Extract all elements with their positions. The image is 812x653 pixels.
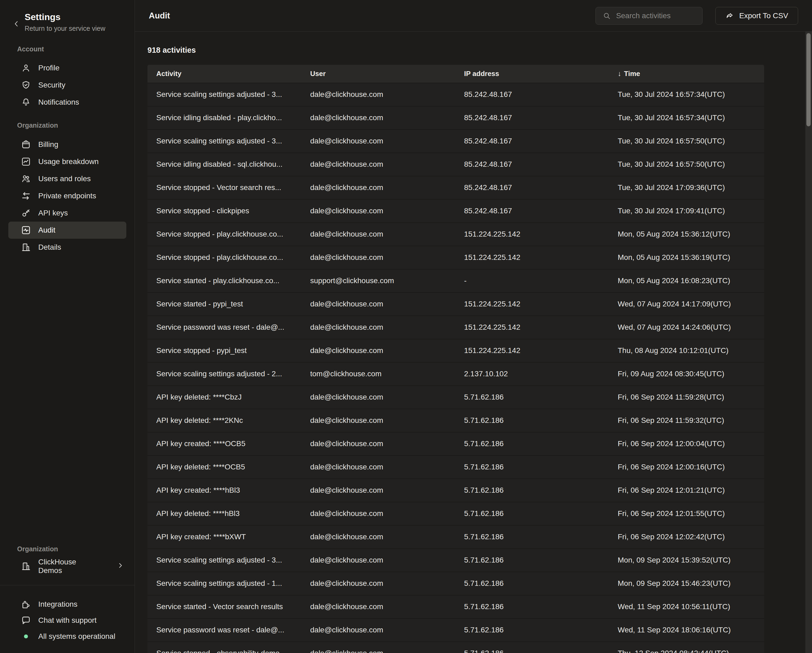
sidebar-item-usage-breakdown[interactable]: Usage breakdown: [8, 153, 126, 170]
table-row: Service password was reset - dale@... da…: [148, 316, 764, 339]
footer-item-all-systems-operational[interactable]: All systems operational: [8, 629, 117, 644]
column-header-activity[interactable]: Activity: [148, 70, 301, 78]
cell-ip-address: 5.71.62.186: [455, 649, 609, 653]
table-row: Service stopped - play.clickhouse.co... …: [148, 246, 764, 269]
cell-time: Tue, 30 Jul 2024 17:09:36(UTC): [609, 183, 764, 192]
cell-time: Thu, 12 Sep 2024 08:42:44(UTC): [609, 649, 764, 653]
export-csv-button[interactable]: Export To CSV: [715, 7, 798, 24]
sidebar-item-profile[interactable]: Profile: [8, 60, 126, 76]
cell-user: dale@clickhouse.com: [301, 532, 455, 541]
cell-activity: Service stopped - observability-demo: [148, 649, 301, 653]
cell-user: dale@clickhouse.com: [301, 486, 455, 494]
cell-user: dale@clickhouse.com: [301, 253, 455, 262]
cell-time: Tue, 30 Jul 2024 16:57:50(UTC): [609, 137, 764, 145]
cell-ip-address: 5.71.62.186: [455, 509, 609, 518]
org-switcher-clickhouse-demos[interactable]: ClickHouse Demos: [8, 558, 126, 575]
cell-activity: Service started - Vector search results: [148, 603, 301, 611]
cell-activity: Service stopped - play.clickhouse.co...: [148, 253, 301, 262]
sidebar-item-label: Billing: [38, 140, 58, 149]
export-csv-label: Export To CSV: [739, 12, 788, 20]
column-header-time[interactable]: ↓ Time: [609, 70, 764, 78]
footer-item-label: Chat with support: [38, 616, 97, 625]
cell-ip-address: 85.242.48.167: [455, 160, 609, 169]
sidebar-item-label: Users and roles: [38, 174, 91, 183]
cell-activity: Service password was reset - dale@...: [148, 626, 301, 634]
sidebar-item-private-endpoints[interactable]: Private endpoints: [8, 187, 126, 204]
cell-time: Wed, 07 Aug 2024 14:17:09(UTC): [609, 300, 764, 308]
cell-user: dale@clickhouse.com: [301, 90, 455, 99]
swap-arrows-icon: [21, 191, 31, 201]
cell-activity: API key deleted: ****2KNc: [148, 416, 301, 425]
cell-user: dale@clickhouse.com: [301, 509, 455, 518]
audit-table: Activity User IP address ↓ Time Service …: [148, 65, 764, 653]
sidebar-item-security[interactable]: Security: [8, 76, 126, 94]
sidebar-item-audit[interactable]: Audit: [8, 221, 126, 239]
cell-ip-address: 85.242.48.167: [455, 113, 609, 122]
cell-user: dale@clickhouse.com: [301, 230, 455, 238]
cell-time: Wed, 11 Sep 2024 18:06:16(UTC): [609, 626, 764, 634]
cell-ip-address: 5.71.62.186: [455, 393, 609, 401]
cell-activity: Service idling disabled - play.clickho..…: [148, 113, 301, 122]
cell-time: Fri, 06 Sep 2024 12:01:55(UTC): [609, 509, 764, 518]
table-row: API key deleted: ****OCB5 dale@clickhous…: [148, 455, 764, 479]
table-row: Service started - play.clickhouse.co... …: [148, 269, 764, 292]
column-header-ip-address[interactable]: IP address: [455, 70, 609, 78]
cell-ip-address: 151.224.225.142: [455, 323, 609, 332]
table-header-row: Activity User IP address ↓ Time: [148, 65, 764, 83]
footer-item-label: All systems operational: [38, 632, 115, 641]
cell-time: Fri, 06 Sep 2024 12:02:42(UTC): [609, 532, 764, 541]
sidebar-item-details[interactable]: Details: [8, 239, 126, 256]
cell-ip-address: 5.71.62.186: [455, 603, 609, 611]
cell-activity: Service password was reset - dale@...: [148, 323, 301, 332]
cell-time: Mon, 05 Aug 2024 16:08:23(UTC): [609, 276, 764, 285]
sidebar-item-label: Private endpoints: [38, 192, 96, 200]
cell-activity: Service stopped - Vector search res...: [148, 183, 301, 192]
sidebar-item-notifications[interactable]: Notifications: [8, 94, 126, 111]
cell-ip-address: 5.71.62.186: [455, 556, 609, 565]
back-button[interactable]: [12, 15, 21, 33]
sidebar-item-label: Usage breakdown: [38, 157, 99, 166]
cell-time: Tue, 30 Jul 2024 16:57:34(UTC): [609, 90, 764, 99]
search-box: [595, 7, 702, 24]
cell-ip-address: 151.224.225.142: [455, 300, 609, 308]
cell-activity: Service stopped - clickpipes: [148, 207, 301, 215]
table-row: Service stopped - pypi_test dale@clickho…: [148, 339, 764, 362]
cell-activity: Service started - play.clickhouse.co...: [148, 276, 301, 285]
table-row: Service started - pypi_test dale@clickho…: [148, 292, 764, 316]
cell-user: dale@clickhouse.com: [301, 626, 455, 634]
wallet-icon: [21, 139, 31, 150]
cell-activity: API key created: ****bXWT: [148, 532, 301, 541]
cell-activity: API key created: ****OCB5: [148, 439, 301, 448]
cell-activity: API key deleted: ****OCB5: [148, 463, 301, 471]
cell-user: dale@clickhouse.com: [301, 603, 455, 611]
search-input[interactable]: [615, 11, 696, 20]
cell-activity: Service scaling settings adjusted - 3...: [148, 137, 301, 145]
cell-user: dale@clickhouse.com: [301, 556, 455, 565]
cell-user: dale@clickhouse.com: [301, 137, 455, 145]
section-label-organization: Organization: [17, 121, 134, 129]
sidebar-item-api-keys[interactable]: API keys: [8, 204, 126, 221]
footer-item-chat-with-support[interactable]: Chat with support: [8, 612, 98, 629]
cell-activity: Service idling disabled - sql.clickhou..…: [148, 160, 301, 169]
sidebar-item-billing[interactable]: Billing: [8, 136, 126, 153]
vertical-scrollbar-track[interactable]: [805, 32, 812, 653]
cell-activity: API key deleted: ****CbzJ: [148, 393, 301, 401]
sidebar-item-users-and-roles[interactable]: Users and roles: [8, 170, 126, 187]
cell-activity: Service stopped - pypi_test: [148, 346, 301, 355]
cell-time: Fri, 06 Sep 2024 11:59:28(UTC): [609, 393, 764, 401]
table-row: Service scaling settings adjusted - 2...…: [148, 362, 764, 385]
column-header-user[interactable]: User: [301, 70, 455, 78]
section-label-account: Account: [17, 45, 134, 53]
sidebar-item-label: API keys: [38, 209, 68, 217]
cell-user: dale@clickhouse.com: [301, 439, 455, 448]
cell-user: dale@clickhouse.com: [301, 113, 455, 122]
org-switcher-label: ClickHouse Demos: [38, 558, 100, 575]
cell-user: dale@clickhouse.com: [301, 207, 455, 215]
cell-user: dale@clickhouse.com: [301, 300, 455, 308]
audit-main: Audit Export To CSV 918 activities Activ…: [135, 0, 812, 653]
footer-item-integrations[interactable]: Integrations: [8, 596, 79, 612]
vertical-scrollbar-thumb[interactable]: [806, 33, 810, 126]
sidebar-item-label: Profile: [38, 64, 60, 72]
table-row: Service stopped - Vector search res... d…: [148, 176, 764, 199]
cell-activity: Service started - pypi_test: [148, 300, 301, 308]
